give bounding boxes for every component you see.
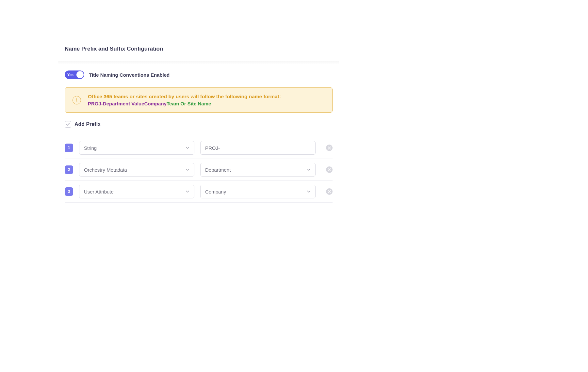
add-prefix-row: Add Prefix bbox=[65, 121, 333, 128]
info-heading: Office 365 teams or sites created by use… bbox=[88, 94, 325, 100]
prefix-value-text: Department bbox=[205, 167, 307, 173]
prefix-value-text: Company bbox=[205, 189, 307, 194]
prefix-row: 2 Orchestry Metadata Department bbox=[65, 159, 333, 181]
toggle-caption: Title Naming Conventions Enabled bbox=[89, 72, 170, 78]
prefix-value-input[interactable] bbox=[200, 141, 316, 155]
chevron-down-icon bbox=[307, 168, 311, 172]
check-icon bbox=[66, 123, 70, 126]
remove-row-button[interactable] bbox=[326, 145, 333, 151]
add-prefix-label: Add Prefix bbox=[74, 121, 101, 127]
add-prefix-checkbox[interactable] bbox=[65, 121, 71, 128]
prefix-row: 1 String bbox=[65, 137, 333, 159]
close-icon bbox=[328, 147, 331, 149]
section-title: Name Prefix and Suffix Configuration bbox=[65, 46, 333, 52]
chevron-down-icon bbox=[186, 146, 189, 150]
close-icon bbox=[328, 190, 331, 193]
chevron-down-icon bbox=[186, 190, 189, 194]
prefix-rows: 1 String 2 Orchestry Metadata bbox=[65, 137, 333, 203]
prefix-type-select[interactable]: User Attribute bbox=[79, 185, 194, 198]
prefix-type-value: User Attribute bbox=[84, 189, 186, 194]
toggle-knob bbox=[76, 71, 84, 78]
format-seg-company: Company bbox=[144, 101, 167, 106]
info-content: Office 365 teams or sites created by use… bbox=[88, 94, 325, 106]
remove-row-button[interactable] bbox=[326, 166, 333, 173]
row-number-badge: 3 bbox=[65, 187, 73, 196]
info-icon: i bbox=[73, 96, 81, 104]
prefix-type-value: String bbox=[84, 145, 186, 151]
info-icon-wrap: i bbox=[72, 96, 81, 105]
toggle-row: Yes Title Naming Conventions Enabled bbox=[65, 70, 333, 79]
section-divider bbox=[58, 61, 339, 65]
remove-row-button[interactable] bbox=[326, 188, 333, 195]
info-format-preview: PROJ-Department ValueCompanyTeam Or Site… bbox=[88, 101, 325, 106]
row-number-badge: 1 bbox=[65, 144, 73, 152]
prefix-value-select[interactable]: Department bbox=[200, 163, 316, 177]
format-seg-proj: PROJ- bbox=[88, 101, 103, 106]
prefix-type-value: Orchestry Metadata bbox=[84, 167, 186, 173]
format-seg-dept: Department Value bbox=[103, 101, 144, 106]
naming-conventions-toggle[interactable]: Yes bbox=[65, 70, 84, 79]
chevron-down-icon bbox=[186, 168, 189, 172]
prefix-value-select[interactable]: Company bbox=[200, 185, 316, 198]
prefix-type-select[interactable]: Orchestry Metadata bbox=[79, 163, 194, 177]
close-icon bbox=[328, 168, 331, 171]
prefix-row: 3 User Attribute Company bbox=[65, 181, 333, 203]
chevron-down-icon bbox=[307, 190, 311, 194]
toggle-on-label: Yes bbox=[67, 73, 74, 77]
prefix-type-select[interactable]: String bbox=[79, 141, 194, 155]
row-number-badge: 2 bbox=[65, 165, 73, 174]
format-seg-teamsite: Team Or Site Name bbox=[167, 101, 211, 106]
info-banner: i Office 365 teams or sites created by u… bbox=[65, 87, 333, 113]
prefix-value-text[interactable] bbox=[205, 145, 311, 151]
